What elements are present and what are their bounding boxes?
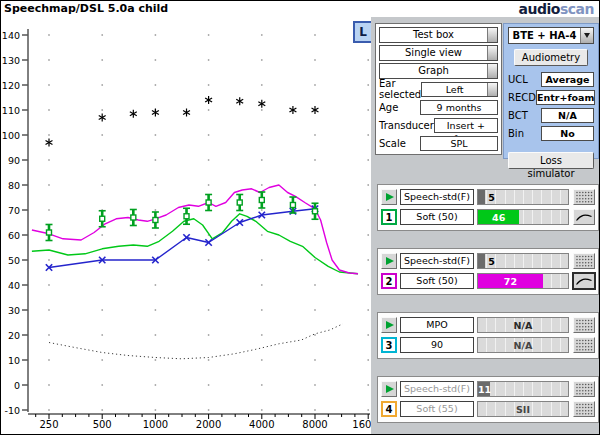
stimulus-level-bar: N/A <box>477 317 569 333</box>
stimulus-level-bar: 5 <box>477 189 569 205</box>
level-select[interactable]: Soft (50) <box>400 209 474 225</box>
test-number-button[interactable]: 2 <box>381 273 397 289</box>
svg-text:130: 130 <box>2 55 20 66</box>
play-button[interactable] <box>381 381 397 397</box>
chevron-down-icon <box>584 33 590 38</box>
test-number-button[interactable]: 4 <box>381 401 397 417</box>
svg-text:500: 500 <box>93 419 112 430</box>
svg-text:70: 70 <box>8 205 20 216</box>
display-options-button[interactable] <box>573 253 595 269</box>
audiometry-button[interactable]: Audiometry <box>514 49 588 66</box>
scale-field[interactable]: SPL <box>420 136 498 151</box>
control-sidebar: Test box Single view Graph Ear selectedL… <box>371 17 600 435</box>
ear-dropdown[interactable]: Left <box>421 82 498 97</box>
result-value: 46 <box>478 210 519 225</box>
series-reference_dotted <box>49 324 343 359</box>
level-value: 5 <box>488 254 495 269</box>
svg-text:250: 250 <box>39 419 58 430</box>
display-options-button[interactable] <box>573 317 595 333</box>
level-value: 11 <box>478 382 490 397</box>
play-button[interactable] <box>381 189 397 205</box>
dots-grid-icon <box>575 319 593 331</box>
view-mode-dropdown[interactable]: Single view <box>379 45 498 61</box>
stimulus-select[interactable]: Speech-std(F) <box>400 189 474 205</box>
recd-label: RECD <box>508 92 536 103</box>
play-icon <box>386 385 394 393</box>
test-panel-3: MPON/A390N/A <box>377 312 599 359</box>
audiometry-panel: BTE + HA-4 Audiometry UCLAverage RECDEnt… <box>503 23 599 159</box>
svg-text:80: 80 <box>8 180 20 191</box>
svg-text:-10: -10 <box>4 405 20 416</box>
bct-value-field[interactable]: N/A <box>541 108 594 123</box>
play-button[interactable] <box>381 253 397 269</box>
result-value: N/A <box>478 338 568 353</box>
stimulus-select[interactable]: Speech-std(F) <box>400 253 474 269</box>
transducer-label: Transducer <box>379 120 434 131</box>
result-value-bar: SII <box>477 401 569 417</box>
svg-text:1000: 1000 <box>143 419 168 430</box>
recd-value-field[interactable]: Entr+foam <box>536 90 595 105</box>
test-number-button[interactable]: 1 <box>381 209 397 225</box>
stimulus-level-bar: 11 <box>477 381 569 397</box>
play-icon <box>386 257 394 265</box>
title-bar: Speechmap/DSL 5.0a child audioscan <box>1 1 599 17</box>
level-select[interactable]: Soft (50) <box>400 273 474 289</box>
bin-label: Bin <box>508 128 541 139</box>
result-row: 390N/A <box>380 335 596 355</box>
dots-grid-icon <box>575 191 593 203</box>
ear-indicator-button[interactable]: L <box>353 21 373 43</box>
view-curve-button[interactable] <box>573 273 595 289</box>
stimulus-select[interactable]: Speech-std(F) <box>400 381 474 397</box>
display-options-button[interactable] <box>573 337 595 353</box>
svg-text:8000: 8000 <box>302 419 327 430</box>
result-value: 72 <box>478 274 543 289</box>
transducer-field[interactable]: Insert + foam <box>434 118 498 133</box>
dropdown-arrow-icon[interactable] <box>487 83 497 96</box>
view-curve-button[interactable] <box>573 209 595 225</box>
bin-value-field[interactable]: No <box>541 126 594 141</box>
result-value-bar: 46 <box>477 209 569 225</box>
svg-text:30: 30 <box>8 305 20 316</box>
display-options-button[interactable] <box>573 381 595 397</box>
dots-grid-icon <box>575 383 593 395</box>
svg-text:2000: 2000 <box>196 419 221 430</box>
test-panel-4: Speech-std(F)114Soft (55)SII <box>377 376 599 423</box>
stimulus-select[interactable]: MPO <box>400 317 474 333</box>
play-button[interactable] <box>381 317 397 333</box>
series-test1_ltass <box>32 214 358 274</box>
age-field[interactable]: 9 months <box>420 100 498 115</box>
dropdown-arrow-icon[interactable] <box>580 28 593 43</box>
test-number-button[interactable]: 3 <box>381 337 397 353</box>
svg-text:90: 90 <box>8 155 20 166</box>
test-panel-2: Speech-std(F)52Soft (50)72 <box>377 248 599 295</box>
test-setup-panel: Test box Single view Graph Ear selectedL… <box>375 23 502 155</box>
display-options-button[interactable] <box>573 401 595 417</box>
svg-text:40: 40 <box>8 280 20 291</box>
level-select[interactable]: 90 <box>400 337 474 353</box>
svg-text:100: 100 <box>2 130 20 141</box>
result-row: 2Soft (50)72 <box>380 271 596 291</box>
level-value: N/A <box>478 318 568 333</box>
display-format-dropdown[interactable]: Graph <box>379 63 498 79</box>
speechmap-plot: 1401301201101009080706050403020100-10250… <box>1 17 373 435</box>
test-box-dropdown[interactable]: Test box <box>379 27 498 43</box>
markers-ucl <box>46 96 319 147</box>
level-fill <box>478 190 485 204</box>
bct-label: BCT <box>508 110 541 121</box>
level-value: 5 <box>488 190 495 205</box>
loss-simulator-button[interactable]: Loss simulator <box>508 152 594 169</box>
series-test2_ltass <box>32 185 358 274</box>
dropdown-arrow-icon[interactable] <box>487 46 497 60</box>
play-icon <box>386 321 394 329</box>
svg-text:20: 20 <box>8 330 20 341</box>
level-select[interactable]: Soft (55) <box>400 401 474 417</box>
axes: 1401301201101009080706050403020100-10250… <box>2 29 373 430</box>
response-curve-icon <box>575 211 593 223</box>
ucl-value-field[interactable]: Average <box>541 72 594 87</box>
display-options-button[interactable] <box>573 189 595 205</box>
coupling-dropdown[interactable]: BTE + HA-4 <box>508 27 594 44</box>
dropdown-arrow-icon[interactable] <box>487 28 497 42</box>
dropdown-arrow-icon[interactable] <box>487 64 497 78</box>
ear-selected-label: Ear selected <box>379 78 421 100</box>
markers-targets <box>46 192 319 241</box>
